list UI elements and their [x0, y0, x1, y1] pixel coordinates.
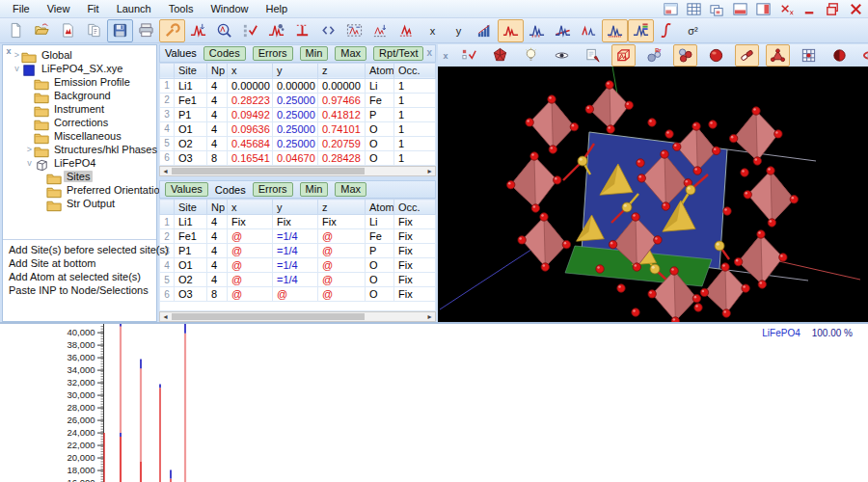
peak-baseline-button[interactable] — [393, 19, 420, 42]
site-cell[interactable]: Fe1 — [175, 93, 207, 107]
peaks-hkl-button[interactable] — [628, 19, 654, 42]
atom-cell[interactable]: O — [366, 136, 394, 150]
atom-cell[interactable]: Li — [366, 78, 394, 93]
np-cell[interactable]: 4 — [207, 258, 228, 273]
display-checklist-button[interactable] — [457, 44, 481, 67]
occ-cell[interactable]: 1 — [394, 150, 436, 165]
polyhedra-style-button[interactable] — [766, 44, 790, 67]
lightbulb-button[interactable] — [519, 44, 543, 67]
diffraction-chart-panel[interactable]: 16,00018,00020,00022,00024,00026,00028,0… — [0, 322, 868, 482]
site-cell[interactable]: O3 — [175, 150, 207, 165]
np-cell[interactable]: 4 — [207, 78, 228, 93]
y-cell[interactable]: =1/4 — [273, 258, 318, 273]
new-document-button[interactable] — [3, 19, 29, 42]
np-cell[interactable]: 4 — [207, 136, 228, 150]
print-button[interactable] — [133, 19, 159, 42]
x-cell[interactable]: 0.09636 — [228, 121, 273, 136]
integral-button[interactable] — [654, 19, 680, 42]
site-cell[interactable]: O2 — [175, 273, 207, 287]
import-inp-button[interactable] — [81, 19, 107, 42]
tab-min[interactable]: Min — [300, 182, 329, 197]
z-cell[interactable]: @ — [318, 229, 366, 244]
atom-cell[interactable]: Fe — [366, 93, 394, 107]
y-cell[interactable]: =1/4 — [273, 273, 318, 287]
scroll-right-icon[interactable]: ▸ — [424, 167, 435, 176]
save-button[interactable] — [107, 19, 133, 42]
tab-rpt-text[interactable]: Rpt/Text — [373, 46, 423, 61]
x-cell[interactable]: @ — [228, 229, 273, 244]
site-cell[interactable]: Li1 — [175, 78, 207, 93]
menu-launch[interactable]: Launch — [108, 2, 160, 15]
refine-wrench-button[interactable] — [159, 19, 185, 42]
np-cell[interactable]: 4 — [207, 107, 228, 121]
peaks-ticks-button[interactable] — [602, 19, 628, 42]
occ-cell[interactable]: Fix — [394, 215, 436, 229]
atom-cell[interactable]: O — [366, 287, 394, 302]
pick-note-button[interactable] — [581, 44, 605, 67]
z-cell[interactable]: 0.41812 — [318, 107, 366, 121]
action-add-site-s-before-selected-sit[interactable]: Add Site(s) before selected site(s) — [9, 243, 156, 256]
tree-item-instrument[interactable]: Instrument — [13, 102, 156, 116]
import-data-button[interactable] — [55, 19, 81, 42]
tree-panel-close-icon[interactable]: x — [4, 46, 14, 56]
sigma-squared-button[interactable]: σ² — [680, 19, 706, 42]
peak-shift-button[interactable] — [367, 19, 393, 42]
peak-plain-button[interactable] — [576, 19, 602, 42]
z-cell[interactable]: @ — [318, 287, 366, 302]
viewer-panel-close-icon[interactable]: x — [441, 51, 450, 61]
occ-cell[interactable]: 1 — [394, 93, 436, 107]
atom-cell[interactable]: P — [366, 107, 394, 121]
scroll-left-icon[interactable]: ◂ — [160, 312, 171, 322]
y-cell[interactable]: @ — [273, 287, 318, 302]
atoms-button[interactable] — [673, 44, 697, 67]
scroll-left-icon[interactable]: ◂ — [160, 167, 171, 176]
collapse-icon[interactable]: v — [13, 64, 21, 73]
structure-3d-view[interactable] — [438, 67, 868, 324]
atom-cell[interactable]: P — [366, 244, 394, 258]
close-window-icon[interactable] — [848, 2, 864, 16]
polyhedron-button[interactable] — [488, 44, 512, 67]
open-button[interactable] — [29, 19, 55, 42]
occ-cell[interactable]: 1 — [394, 121, 436, 136]
np-cell[interactable]: 8 — [207, 150, 228, 165]
np-cell[interactable]: 4 — [207, 93, 228, 107]
z-cell[interactable]: @ — [318, 244, 366, 258]
peak-tools-button[interactable] — [263, 19, 289, 42]
expand-icon[interactable]: > — [25, 145, 34, 154]
occ-cell[interactable]: 1 — [394, 107, 436, 121]
fit-checklist-button[interactable] — [237, 19, 263, 42]
z-cell[interactable]: 0.00000 — [318, 78, 366, 93]
site-cell[interactable]: O1 — [175, 121, 207, 136]
tab-max[interactable]: Max — [335, 46, 366, 61]
cumulative-bars-button[interactable] — [472, 19, 498, 42]
peak-zoom-button[interactable] — [211, 19, 237, 42]
menu-window[interactable]: Window — [202, 2, 257, 15]
z-cell[interactable]: Fix — [318, 215, 366, 229]
site-cell[interactable]: P1 — [175, 107, 207, 121]
np-cell[interactable]: 4 — [207, 244, 228, 258]
scroll-thumb[interactable] — [172, 168, 365, 174]
grid-cell-button[interactable] — [797, 44, 821, 67]
menu-tools[interactable]: Tools — [160, 2, 203, 15]
menu-file[interactable]: File — [4, 2, 39, 15]
values-table-hscrollbar[interactable]: ◂ ▸ — [159, 166, 436, 176]
half-sphere-button[interactable] — [827, 44, 852, 67]
x-cell[interactable]: 0.28223 — [228, 93, 273, 107]
z-cell[interactable]: 0.28428 — [318, 150, 366, 165]
occ-cell[interactable]: Fix — [394, 287, 436, 302]
y-cell[interactable]: =1/4 — [273, 229, 318, 244]
menu-fit[interactable]: Fit — [78, 2, 107, 15]
view-eye-button[interactable] — [550, 44, 574, 67]
tab-values[interactable]: Values — [165, 182, 208, 197]
tab-codes[interactable]: Codes — [203, 46, 246, 61]
tables-panel-close-icon[interactable]: x — [426, 47, 432, 58]
action-paste-inp-to-node-selections[interactable]: Paste INP to Node/Selections — [9, 283, 156, 297]
site-cell[interactable]: Fe1 — [175, 229, 207, 244]
minimize-window-icon[interactable] — [801, 2, 818, 16]
x-cell[interactable]: @ — [228, 244, 273, 258]
window-split-horizontal-icon[interactable] — [732, 2, 748, 16]
z-cell[interactable]: @ — [318, 258, 366, 273]
codes-table-hscrollbar[interactable]: ◂ ▸ — [159, 311, 436, 322]
window-cascade-icon[interactable] — [709, 2, 725, 16]
y-cell[interactable]: 0.25000 — [273, 136, 318, 150]
